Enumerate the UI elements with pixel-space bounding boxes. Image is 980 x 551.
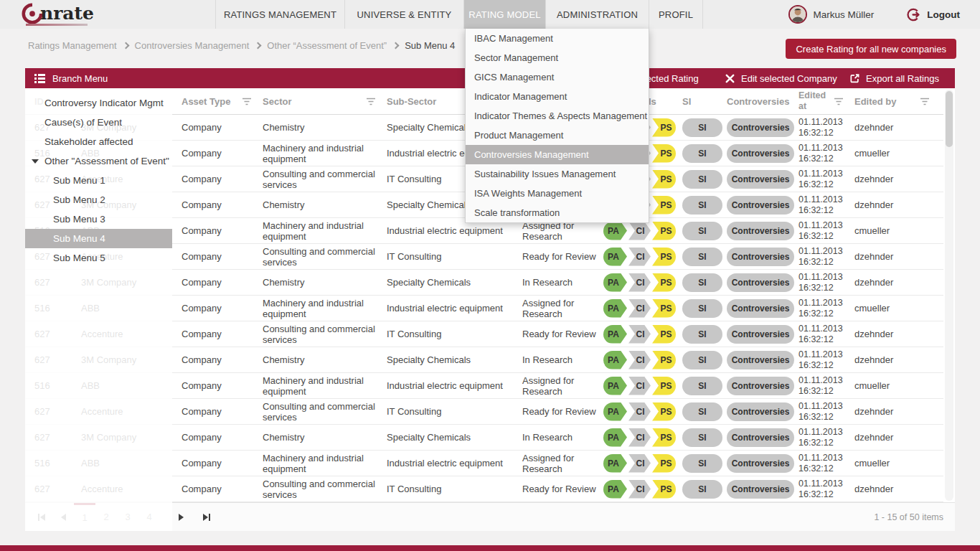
dropdown-item-indicator-themes-aspects-management[interactable]: Indicator Themes & Aspects Management <box>466 106 649 126</box>
controversies-button[interactable]: Controversies <box>727 402 794 421</box>
breadcrumb-item-controversies-management[interactable]: Controversies Management <box>135 40 250 51</box>
cell-controversies: Controversies <box>727 144 795 163</box>
si-button[interactable]: SI <box>682 480 722 499</box>
cell-edited-by: dzehnder <box>854 354 937 365</box>
avatar[interactable] <box>788 5 807 24</box>
sidebar-item-cause-s-of-event[interactable]: Cause(s) of Event <box>25 113 172 132</box>
dropdown-item-gics-management[interactable]: GICS Management <box>466 67 649 87</box>
cell-asset-type: Company <box>182 122 259 133</box>
header-label: Asset Type <box>182 96 230 107</box>
header-col-controversies[interactable]: Controversies <box>727 88 795 114</box>
sidebar-item-sub-menu-1[interactable]: Sub Menu 1 <box>25 171 172 190</box>
scrollbar-thumb[interactable] <box>946 91 953 147</box>
si-button[interactable]: SI <box>682 196 722 215</box>
si-button[interactable]: SI <box>682 170 722 189</box>
si-button[interactable]: SI <box>682 454 722 473</box>
create-rating-button[interactable]: Create Rating for all new companies <box>786 39 956 59</box>
badge-ci: CI <box>628 402 651 421</box>
filter-icon[interactable] <box>834 98 844 105</box>
sidebar-item-sub-menu-2[interactable]: Sub Menu 2 <box>25 190 172 209</box>
cell-edited-by: dzehnder <box>854 406 937 417</box>
cell-edited-by: cmueller <box>854 303 937 314</box>
controversies-button[interactable]: Controversies <box>727 222 794 240</box>
header-col-edited-by[interactable]: Edited by <box>854 88 937 114</box>
dropdown-item-sustainability-issues-management[interactable]: Sustainability Issues Management <box>466 164 649 184</box>
si-button[interactable]: SI <box>682 351 722 369</box>
header-col-sector[interactable]: Sector <box>263 88 383 114</box>
si-button[interactable]: SI <box>682 428 722 447</box>
cell-details: PACIPS <box>603 222 679 240</box>
badge-ps: PS <box>652 428 676 447</box>
dropdown-item-ibac-management[interactable]: IBAC Management <box>466 29 649 48</box>
dropdown-item-sector-management[interactable]: Sector Management <box>466 48 649 67</box>
cell-asset-type: Company <box>182 484 259 494</box>
si-button[interactable]: SI <box>682 402 722 421</box>
filter-icon[interactable] <box>920 98 930 105</box>
controversies-button[interactable]: Controversies <box>727 273 794 292</box>
sidebar-item-other-assessment-of-event[interactable]: Other "Assessment of Event" <box>25 151 172 171</box>
logout-button[interactable]: Logout <box>907 8 960 22</box>
dropdown-item-controversies-management[interactable]: Controversies Management <box>466 145 649 164</box>
filter-icon[interactable] <box>366 98 376 105</box>
sidebar-item-sub-menu-5[interactable]: Sub Menu 5 <box>25 248 172 268</box>
si-button[interactable]: SI <box>682 118 722 137</box>
cell-si: SI <box>682 196 723 215</box>
nav-tab-administration[interactable]: ADMINISTRATION <box>545 0 649 29</box>
si-button[interactable]: SI <box>682 144 722 163</box>
header-col-asset-type[interactable]: Asset Type <box>182 88 259 114</box>
cell-sub-sector: Specialty Chemicals <box>387 277 519 288</box>
controversies-button[interactable]: Controversies <box>727 428 794 447</box>
controversies-button[interactable]: Controversies <box>727 118 794 137</box>
sidebar-item-stakeholder-affected[interactable]: Stakeholder affected <box>25 132 172 151</box>
si-button[interactable]: SI <box>682 248 722 266</box>
nav-tab-ratings-management[interactable]: RATINGS MANAGEMENT <box>215 0 344 29</box>
sidebar-item-sub-menu-3[interactable]: Sub Menu 3 <box>25 209 172 229</box>
edited-date: 01.11.2013 <box>798 324 851 334</box>
header-label: Sub-Sector <box>387 96 436 107</box>
controversies-button[interactable]: Controversies <box>727 144 794 163</box>
controversies-button[interactable]: Controversies <box>727 377 794 395</box>
controversies-button[interactable]: Controversies <box>727 248 794 266</box>
cell-asset-type: Company <box>182 199 259 210</box>
export-all-ratings-button[interactable]: Export all Ratings <box>849 68 939 88</box>
cell-si: SI <box>682 377 723 395</box>
controversies-button[interactable]: Controversies <box>727 196 794 215</box>
controversies-button[interactable]: Controversies <box>727 454 794 473</box>
filter-icon[interactable] <box>242 98 252 105</box>
si-button[interactable]: SI <box>682 222 722 240</box>
dropdown-item-scale-transformation[interactable]: Scale transformation <box>466 203 649 222</box>
sidebar-item-sub-menu-4[interactable]: Sub Menu 4 <box>25 229 172 248</box>
si-button[interactable]: SI <box>682 377 722 395</box>
edited-date: 01.11.2013 <box>798 272 851 283</box>
breadcrumb-item-other-assessment-of-event[interactable]: Other “Assessment of Event” <box>267 40 387 51</box>
si-button[interactable]: SI <box>682 273 722 292</box>
header-col-edited-at[interactable]: Edited at <box>798 88 851 114</box>
breadcrumb-item-ratings-management[interactable]: Ratings Management <box>28 40 117 51</box>
edited-time: 16:32:12 <box>798 128 851 138</box>
si-button[interactable]: SI <box>682 325 722 344</box>
dropdown-item-indicator-management[interactable]: Indicator Management <box>466 87 649 106</box>
crossed-tools-icon <box>725 73 735 84</box>
si-button[interactable]: SI <box>682 299 722 318</box>
controversies-button[interactable]: Controversies <box>727 351 794 369</box>
dropdown-item-isa-weights-management[interactable]: ISA Weights Management <box>466 184 649 203</box>
pager-last-button[interactable] <box>196 503 217 532</box>
nav-tab-profil[interactable]: PROFIL <box>649 0 703 29</box>
controversies-button[interactable]: Controversies <box>727 480 794 499</box>
edit-selected-company-button[interactable]: Edit selected Company <box>725 68 837 88</box>
controversies-button[interactable]: Controversies <box>727 170 794 189</box>
nav-tab-rating-model[interactable]: RATING MODEL <box>463 0 545 29</box>
vertical-scrollbar[interactable] <box>945 90 953 501</box>
branch-menu-toggle[interactable]: Branch Menu <box>34 68 108 88</box>
cell-details: PACIPS <box>603 402 679 421</box>
cell-status: Ready for Review <box>522 484 600 494</box>
nav-tab-universe-entity[interactable]: UNIVERSE & ENTITY <box>344 0 463 29</box>
controversies-button[interactable]: Controversies <box>727 299 794 318</box>
cell-edited-at: 01.11.201316:32:12 <box>798 272 851 293</box>
dropdown-item-product-management[interactable]: Product Management <box>466 126 649 145</box>
header-col-si[interactable]: SI <box>682 88 723 114</box>
pager-next-button[interactable] <box>170 503 192 532</box>
controversies-button[interactable]: Controversies <box>727 325 794 344</box>
cell-edited-at: 01.11.201316:32:12 <box>798 401 851 423</box>
sidebar-item-controversy-indicator-mgmt[interactable]: Controversy Indicator Mgmt <box>25 93 172 113</box>
